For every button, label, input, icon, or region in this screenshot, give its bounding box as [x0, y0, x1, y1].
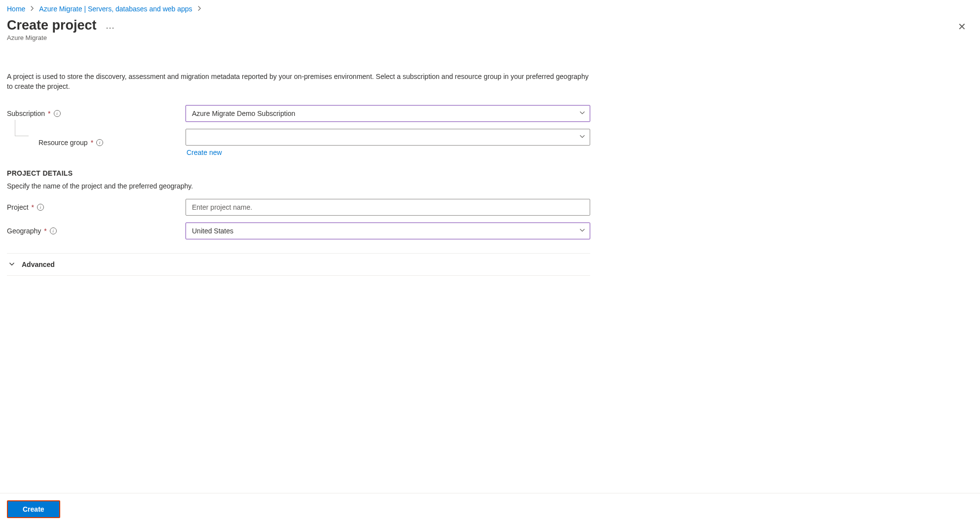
breadcrumb-azure-migrate[interactable]: Azure Migrate | Servers, databases and w…: [39, 5, 192, 13]
chevron-right-icon: [29, 5, 35, 13]
project-details-heading: PROJECT DETAILS: [7, 169, 590, 177]
advanced-toggle[interactable]: Advanced: [7, 254, 590, 275]
geography-select[interactable]: [186, 223, 590, 239]
project-name-input[interactable]: [186, 199, 590, 216]
resource-group-label: Resource group: [38, 139, 88, 147]
page-description: A project is used to store the discovery…: [7, 72, 590, 91]
project-details-description: Specify the name of the project and the …: [7, 182, 590, 190]
advanced-label: Advanced: [22, 261, 55, 268]
project-label: Project: [7, 203, 29, 211]
footer: Create: [0, 493, 980, 525]
chevron-right-icon: [196, 5, 202, 13]
breadcrumb: Home Azure Migrate | Servers, databases …: [0, 0, 980, 15]
chevron-down-icon: [9, 261, 15, 268]
required-indicator: *: [91, 139, 93, 147]
geography-label: Geography: [7, 227, 41, 235]
breadcrumb-home[interactable]: Home: [7, 5, 25, 13]
required-indicator: *: [48, 110, 50, 117]
close-icon: ✕: [958, 21, 966, 32]
create-new-link[interactable]: Create new: [187, 149, 590, 156]
create-button[interactable]: Create: [7, 500, 60, 518]
required-indicator: *: [32, 203, 34, 211]
info-icon[interactable]: i: [50, 227, 57, 234]
info-icon[interactable]: i: [54, 110, 61, 117]
resource-group-select[interactable]: [186, 129, 590, 146]
page-subtitle: Azure Migrate: [7, 34, 115, 41]
info-icon[interactable]: i: [37, 204, 44, 211]
page-header: Create project ⋯ Azure Migrate ✕: [0, 15, 980, 41]
subscription-label: Subscription: [7, 110, 45, 117]
subscription-select[interactable]: [186, 105, 590, 122]
page-title: Create project: [7, 18, 97, 33]
more-actions-icon[interactable]: ⋯: [106, 19, 115, 32]
info-icon[interactable]: i: [96, 139, 103, 146]
required-indicator: *: [44, 227, 46, 235]
close-button[interactable]: ✕: [956, 19, 968, 35]
